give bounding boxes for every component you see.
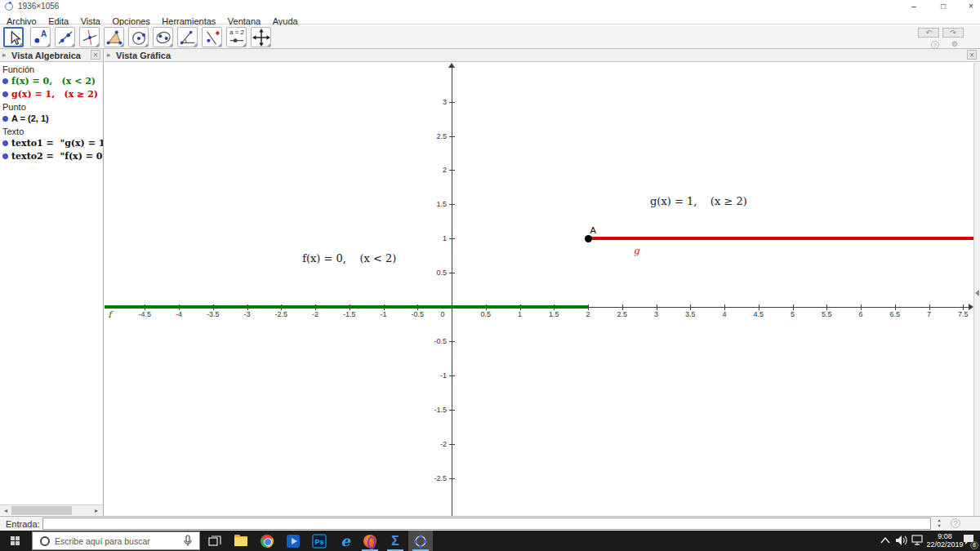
x-tick: [895, 304, 896, 310]
x-tick-label: -2.5: [269, 310, 293, 318]
spinner-up-icon[interactable]: ▴: [934, 518, 944, 523]
tool-angle-button[interactable]: [177, 27, 198, 47]
side-strip: [973, 63, 980, 516]
chrome-button[interactable]: [255, 531, 279, 551]
x-tick-label: 4.5: [746, 310, 771, 318]
volume-icon[interactable]: [895, 535, 908, 546]
input-help-icon[interactable]: ?: [951, 518, 960, 528]
visibility-marble[interactable]: [2, 153, 8, 159]
y-tick-label: -2: [421, 440, 447, 448]
geogebra-active-button[interactable]: [408, 531, 433, 551]
algebra-collapse-icon[interactable]: ▸: [2, 51, 7, 59]
x-tick: [657, 304, 657, 310]
line-icon: [56, 29, 74, 47]
algebra-item-texto1[interactable]: texto1 = "g(x) = 1,: [0, 136, 104, 149]
function-name-label: g: [634, 246, 639, 256]
y-tick: [449, 478, 455, 479]
x-tick-label: -1.5: [337, 310, 362, 318]
x-tick-label: 2.5: [610, 310, 635, 318]
redo-button[interactable]: ↷: [942, 28, 964, 38]
function-segment-g[interactable]: [588, 237, 973, 240]
search-placeholder: Escribe aquí para buscar: [55, 536, 183, 546]
x-tick: [690, 304, 691, 310]
geogebra-classic-button[interactable]: [358, 531, 382, 551]
function-segment-f[interactable]: [105, 305, 588, 309]
file-explorer-button[interactable]: [229, 531, 253, 551]
scrollbar-thumb[interactable]: [11, 506, 72, 515]
tool-transform-button[interactable]: [202, 27, 222, 47]
algebra-close-icon[interactable]: ×: [91, 50, 100, 60]
x-tick: [826, 304, 827, 310]
algebra-group-texto: Texto: [0, 125, 104, 136]
x-tick: [588, 304, 589, 310]
internet-explorer-button[interactable]: e: [333, 531, 358, 551]
close-button[interactable]: ×: [965, 1, 977, 12]
point-A[interactable]: [585, 235, 592, 242]
movies-tv-button[interactable]: [281, 531, 305, 551]
tool-polygon-button[interactable]: [104, 27, 124, 47]
graphics-canvas[interactable]: -4.5-4-3.5-3-2.5-2-1.5-1-0.500.511.522.5…: [105, 63, 973, 516]
x-tick-label: -4.5: [132, 310, 157, 318]
toolbar-help-icon[interactable]: ?: [931, 41, 939, 49]
x-tick-label: 2: [576, 310, 600, 318]
slider-line-icon: [228, 29, 246, 47]
menu-bar: Archivo Edita Vista Opciones Herramienta…: [0, 13, 980, 24]
x-tick: [622, 304, 623, 310]
y-tick: [449, 102, 455, 103]
algebra-item-texto2[interactable]: texto2 = "f(x) = 0,: [0, 149, 104, 162]
search-box[interactable]: Escribe aquí para buscar: [32, 531, 200, 550]
y-tick: [449, 170, 455, 171]
algebra-item-a[interactable]: A = (2, 1): [0, 112, 104, 125]
toolbar-settings-icon[interactable]: ⚙: [951, 40, 958, 48]
tool-move-button[interactable]: [3, 27, 24, 47]
y-tick: [449, 375, 455, 376]
algebra-item-g[interactable]: g(x) = 1, (x ≥ 2): [0, 87, 104, 100]
sigma-app-button[interactable]: Σ: [383, 531, 408, 551]
spinner-down-icon[interactable]: ▾: [934, 523, 944, 529]
tool-slider-button[interactable]: a = 2: [226, 27, 247, 47]
circle-icon: [130, 29, 148, 47]
tool-point-button[interactable]: A: [30, 27, 51, 47]
input-history-spinner[interactable]: ▴ ▾: [934, 518, 944, 530]
scroll-right-button[interactable]: ▸: [91, 506, 101, 515]
y-tick-label: -1: [421, 371, 447, 380]
graphics-collapse-icon[interactable]: ▸: [107, 51, 111, 59]
tool-perpendicular-button[interactable]: [79, 27, 100, 47]
start-button[interactable]: [0, 531, 31, 551]
tool-line-button[interactable]: [55, 27, 75, 47]
geogebra-window-icon: [5, 2, 13, 11]
undo-button[interactable]: ↶: [918, 28, 939, 38]
x-tick-label: 5: [781, 310, 805, 318]
x-tick-label: 7.5: [951, 310, 973, 318]
microphone-icon[interactable]: [183, 535, 193, 548]
entrada-input[interactable]: [42, 518, 931, 530]
sigma-icon: Σ: [391, 535, 399, 548]
graphics-view-title: Vista Gráfica: [116, 51, 171, 60]
tray-chevron-icon[interactable]: [880, 537, 890, 544]
text-object-label[interactable]: g(x) = 1, (x ≥ 2): [650, 195, 747, 207]
x-tick-label: -4: [167, 310, 191, 318]
y-tick: [449, 273, 455, 273]
visibility-marble[interactable]: [2, 116, 8, 122]
y-tick-label: 3: [421, 98, 447, 106]
tool-move-view-button[interactable]: [251, 27, 271, 47]
panel-collapse-arrow[interactable]: [975, 290, 979, 296]
tool-circle-button[interactable]: [128, 27, 149, 47]
tool-conic-button[interactable]: [153, 27, 173, 47]
visibility-marble[interactable]: [2, 78, 8, 84]
minimize-button[interactable]: –: [908, 1, 920, 12]
task-view-button[interactable]: [203, 531, 227, 551]
ellipse-icon: [154, 29, 172, 47]
x-tick-label: 0: [430, 310, 455, 318]
restore-button[interactable]: □: [938, 1, 949, 12]
visibility-marble[interactable]: [2, 91, 8, 97]
y-tick: [449, 136, 455, 137]
scroll-left-button[interactable]: ◂: [1, 506, 11, 515]
polygon-icon: [105, 29, 123, 47]
algebra-item-f[interactable]: f(x) = 0, (x < 2): [0, 74, 104, 87]
text-object-label[interactable]: f(x) = 0, (x < 2): [302, 252, 396, 264]
windows-logo-icon: [11, 536, 20, 546]
graphics-close-icon[interactable]: ×: [967, 50, 977, 60]
photoshop-button[interactable]: Ps: [307, 531, 332, 551]
visibility-marble[interactable]: [2, 140, 8, 146]
